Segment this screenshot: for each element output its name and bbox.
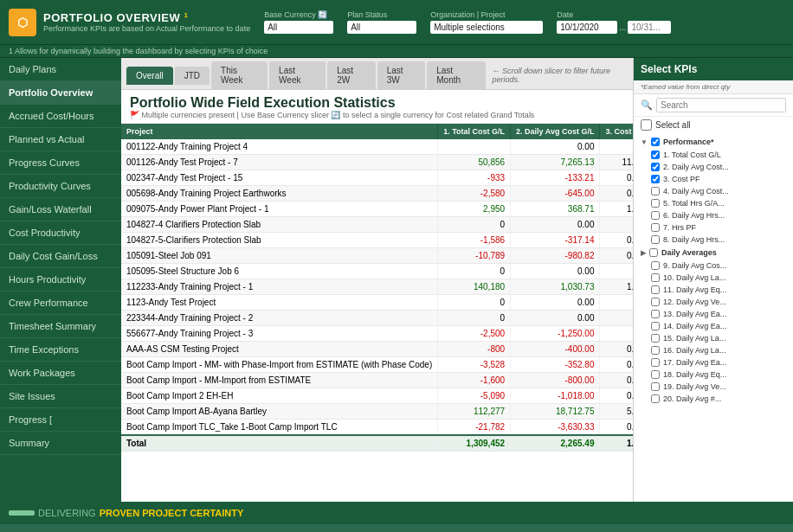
- tab-last-3w[interactable]: Last 3W: [377, 61, 426, 89]
- table-row: Boot Camp Import - MM-Import from ESTIMA…: [121, 373, 633, 388]
- date-to-input[interactable]: [628, 21, 671, 34]
- kpi-checkbox-daily-5[interactable]: [651, 322, 660, 330]
- kpi-item-perf-2[interactable]: 3. Cost PF: [634, 173, 793, 185]
- cell-18-1: -21,782: [438, 420, 511, 436]
- kpi-checkbox-perf-4[interactable]: [651, 199, 660, 208]
- daily-averages-section-checkbox[interactable]: [649, 248, 658, 257]
- kpi-item-daily-4[interactable]: 13. Daily Avg Ea...: [634, 308, 793, 320]
- cell-12-3: [600, 326, 633, 342]
- sidebar-item-time-exceptions[interactable]: Time Exceptions: [0, 338, 121, 362]
- kpi-item-perf-5[interactable]: 6. Daily Avg Hrs...: [634, 209, 793, 221]
- sidebar-item-timesheet-summary[interactable]: Timesheet Summary: [0, 315, 121, 338]
- kpi-item-perf-6[interactable]: 7. Hrs PF: [634, 221, 793, 234]
- sidebar-item-daily-cost-gainloss[interactable]: Daily Cost Gain/Loss: [0, 245, 121, 268]
- sidebar-item-hours-productivity[interactable]: Hours Productivity: [0, 268, 121, 292]
- sidebar-label-summary: Summary: [9, 438, 49, 448]
- kpi-checkbox-perf-3[interactable]: [651, 187, 660, 195]
- kpi-checkbox-daily-11[interactable]: [651, 394, 660, 403]
- sidebar-item-productivity-curves[interactable]: Productivity Curves: [0, 175, 121, 198]
- kpi-checkbox-daily-0[interactable]: [651, 261, 660, 270]
- tab-overall[interactable]: Overall: [126, 67, 173, 85]
- daily-avg-items: 9. Daily Avg Cos...10. Daily Avg La...11…: [634, 260, 793, 405]
- kpi-item-daily-1[interactable]: 10. Daily Avg La...: [634, 272, 793, 284]
- sidebar-item-site-issues[interactable]: Site Issues: [0, 385, 121, 408]
- data-table-wrap[interactable]: Project 1. Total Cost G/L 2. Daily Avg C…: [121, 124, 633, 502]
- sidebar-item-work-packages[interactable]: Work Packages: [0, 362, 121, 385]
- sidebar-label-productivity-curves: Productivity Curves: [9, 181, 91, 191]
- sidebar-item-progress-curves[interactable]: Progress Curves: [0, 151, 121, 175]
- kpi-checkbox-daily-2[interactable]: [651, 285, 660, 294]
- sidebar-item-daily-plans[interactable]: Daily Plans: [0, 58, 121, 81]
- col-total-cost-gl: 1. Total Cost G/L: [438, 124, 511, 139]
- kpi-checkbox-perf-0[interactable]: [651, 151, 660, 159]
- select-all-checkbox[interactable]: [641, 119, 652, 131]
- cell-10-1: 0: [438, 295, 511, 311]
- main-content: Daily Plans Portfolio Overview Accrued C…: [0, 58, 793, 502]
- sidebar-item-cost-productivity[interactable]: Cost Productivity: [0, 221, 121, 245]
- kpi-checkbox-daily-6[interactable]: [651, 334, 660, 343]
- tab-this-week[interactable]: This Week: [211, 61, 268, 89]
- kpi-checkbox-perf-7[interactable]: [651, 235, 660, 244]
- kpi-item-daily-5[interactable]: 14. Daily Avg Ea...: [634, 320, 793, 332]
- kpi-checkbox-daily-3[interactable]: [651, 298, 660, 306]
- kpi-item-daily-10[interactable]: 19. Daily Avg Ve...: [634, 381, 793, 393]
- cell-1-3: 11.75: [600, 155, 633, 170]
- cell-13-2: -400.00: [511, 342, 600, 357]
- sidebar-item-crew-performance[interactable]: Crew Performance: [0, 292, 121, 315]
- kpi-search-input[interactable]: [656, 98, 786, 112]
- kpi-checkbox-daily-1[interactable]: [651, 273, 660, 282]
- cell-3-1: -2,580: [438, 186, 511, 202]
- tab-last-month[interactable]: Last Month: [427, 61, 485, 89]
- sidebar-item-gainloss-waterfall[interactable]: Gain/Loss Waterfall: [0, 198, 121, 221]
- kpi-item-perf-1[interactable]: 2. Daily Avg Cost...: [634, 161, 793, 173]
- kpi-item-daily-9[interactable]: 18. Daily Avg Eq...: [634, 369, 793, 381]
- tab-last-week[interactable]: Last Week: [269, 61, 326, 89]
- kpi-item-perf-7[interactable]: 8. Daily Avg Hrs...: [634, 234, 793, 246]
- kpi-checkbox-daily-7[interactable]: [651, 346, 660, 355]
- kpi-item-perf-3[interactable]: 4. Daily Avg Cost...: [634, 185, 793, 197]
- plan-status-label: Plan Status: [347, 10, 416, 19]
- kpi-checkbox-perf-2[interactable]: [651, 175, 660, 183]
- cell-11-1: 0: [438, 311, 511, 326]
- kpi-section-performance[interactable]: ▼ Performance*: [634, 135, 793, 149]
- tab-jtd[interactable]: JTD: [175, 67, 210, 85]
- base-currency-select[interactable]: All: [264, 21, 333, 34]
- kpi-checkbox-daily-9[interactable]: [651, 370, 660, 379]
- progress-bar-indicator: [9, 510, 35, 516]
- cell-8-0: 105095-Steel Structure Job 6: [121, 264, 438, 279]
- kpi-checkbox-perf-5[interactable]: [651, 211, 660, 220]
- select-all-row[interactable]: Select all: [634, 117, 793, 133]
- sidebar-item-accrued-cost[interactable]: Accrued Cost/Hours: [0, 105, 121, 128]
- search-icon: 🔍: [641, 99, 653, 111]
- org-project-select[interactable]: Multiple selections: [430, 21, 543, 34]
- kpi-checkbox-daily-10[interactable]: [651, 382, 660, 391]
- performance-section-checkbox[interactable]: [651, 138, 660, 146]
- kpi-section-daily-averages[interactable]: ▶ Daily Averages: [634, 246, 793, 260]
- kpi-checkbox-perf-1[interactable]: [651, 163, 660, 171]
- sidebar-item-planned-vs-actual[interactable]: Planned vs Actual: [0, 128, 121, 151]
- kpi-item-daily-7[interactable]: 16. Daily Avg La...: [634, 344, 793, 356]
- plan-status-select[interactable]: All: [347, 21, 416, 34]
- kpi-item-daily-11[interactable]: 20. Daily Avg #...: [634, 393, 793, 405]
- kpi-item-daily-3[interactable]: 12. Daily Avg Ve...: [634, 296, 793, 308]
- sidebar-item-portfolio-overview[interactable]: Portfolio Overview: [0, 81, 121, 105]
- kpi-checkbox-perf-6[interactable]: [651, 223, 660, 232]
- cell-2-1: -933: [438, 170, 511, 186]
- sidebar-item-summary[interactable]: Summary: [0, 432, 121, 455]
- kpi-label-daily-7: 16. Daily Avg La...: [663, 346, 725, 355]
- footnote-text: 1 Allows for dynamically building the da…: [9, 47, 268, 55]
- kpi-label-daily-8: 17. Daily Avg Ea...: [663, 358, 726, 367]
- kpi-item-perf-0[interactable]: 1. Total Cost G/L: [634, 149, 793, 161]
- tab-last-2w[interactable]: Last 2W: [327, 61, 376, 89]
- kpi-checkbox-daily-4[interactable]: [651, 310, 660, 318]
- date-from-input[interactable]: [557, 21, 617, 34]
- kpi-item-daily-6[interactable]: 15. Daily Avg La...: [634, 332, 793, 344]
- kpi-item-perf-4[interactable]: 5. Total Hrs G/A...: [634, 197, 793, 209]
- kpi-item-daily-0[interactable]: 9. Daily Avg Cos...: [634, 260, 793, 272]
- sidebar-item-progress[interactable]: Progress [: [0, 408, 121, 432]
- kpi-item-daily-8[interactable]: 17. Daily Avg Ea...: [634, 356, 793, 369]
- kpi-label-daily-4: 13. Daily Avg Ea...: [663, 310, 726, 318]
- kpi-checkbox-daily-8[interactable]: [651, 358, 660, 367]
- performance-collapse-icon: ▼: [641, 138, 648, 146]
- kpi-item-daily-2[interactable]: 11. Daily Avg Eq...: [634, 284, 793, 296]
